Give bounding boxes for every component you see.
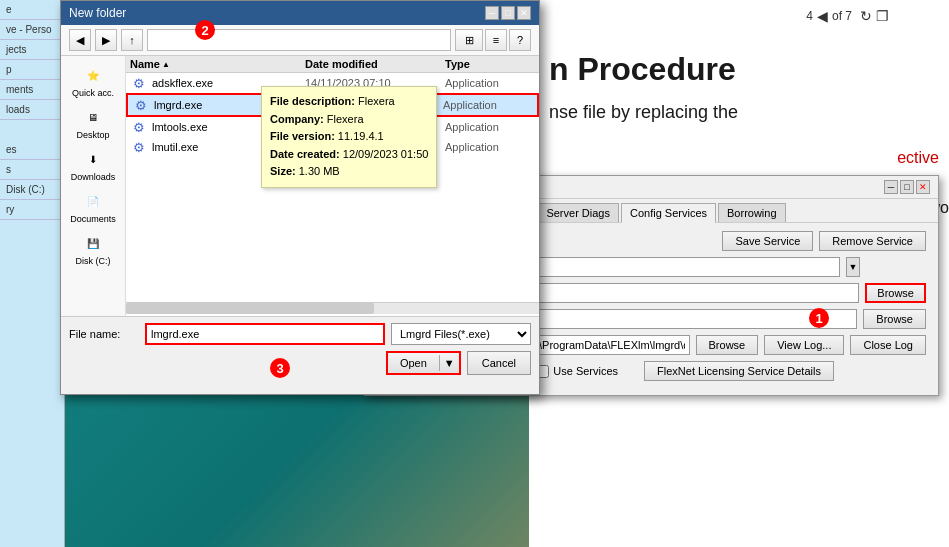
annotation-2: 2	[195, 20, 215, 40]
sidebar-item-e[interactable]: e	[0, 0, 64, 20]
tooltip-version: File version: 11.19.4.1	[270, 128, 428, 146]
scroll-thumb	[126, 303, 374, 314]
view-buttons: ⊞ ≡ ?	[455, 29, 531, 51]
page-total: of 7	[832, 9, 852, 23]
file-sidebar: ⭐ Quick acc. 🖥 Desktop ⬇ Downloads 📄 Doc…	[61, 56, 126, 316]
sidebar-item-disk-c[interactable]: Disk (C:)	[0, 180, 64, 200]
maximize-button[interactable]: □	[501, 6, 515, 20]
downloads-icon: ⬇	[79, 148, 107, 170]
document-heading: n Procedure	[549, 50, 929, 88]
file-icon-adskflex: ⚙	[130, 75, 148, 91]
col-name-header[interactable]: Name ▲	[130, 58, 305, 70]
save-service-button[interactable]: Save Service	[722, 231, 813, 251]
file-type-adskflex: Application	[445, 77, 535, 89]
left-sidebar: e ve - Perso jects p ments loads es s Di…	[0, 0, 65, 547]
sidebar-item-s[interactable]: s	[0, 160, 64, 180]
file-icon-lmgrd: ⚙	[132, 97, 150, 113]
file-icon-lmtools: ⚙	[130, 119, 148, 135]
desktop-icon: 🖥	[79, 106, 107, 128]
close-log-button[interactable]: Close Log	[850, 335, 926, 355]
minimize-button[interactable]: ─	[485, 6, 499, 20]
doc-text-ective: ective	[897, 145, 939, 171]
open-button[interactable]: Open ▼	[386, 351, 461, 375]
close-button[interactable]: ✕	[517, 6, 531, 20]
document-subtext: nse file by replacing the ective etwo	[549, 98, 929, 127]
view-toggle-button[interactable]: ⊞	[455, 29, 483, 51]
page-copy-icon: ❐	[876, 8, 889, 24]
file-toolbar: ◀ ▶ ↑ ⊞ ≡ ?	[61, 25, 539, 56]
sidebar-item-ments[interactable]: ments	[0, 80, 64, 100]
file-dialog-title: New folder	[69, 6, 126, 20]
sidebar-item-loads[interactable]: loads	[0, 100, 64, 120]
sidebar-item-jects[interactable]: jects	[0, 40, 64, 60]
file-dialog-titlebar: New folder ─ □ ✕	[61, 1, 539, 25]
col-date-header[interactable]: Date modified	[305, 58, 445, 70]
cancel-button[interactable]: Cancel	[467, 351, 531, 375]
disk-c-item[interactable]: 💾 Disk (C:)	[65, 232, 121, 266]
horizontal-scrollbar[interactable]	[126, 302, 539, 314]
file-list-header: Name ▲ Date modified Type	[126, 56, 539, 73]
page-number: 4	[806, 9, 813, 23]
lmgrd-path-input[interactable]	[523, 283, 859, 303]
tab-server-diags[interactable]: Server Diags	[537, 203, 619, 222]
use-services-label: Use Services	[553, 365, 618, 377]
annotation-3: 3	[270, 358, 290, 378]
tooltip-date: Date created: 12/09/2023 01:50	[270, 146, 428, 164]
flexnet-window-controls: ─ □ ✕	[884, 180, 930, 194]
use-services-checkbox-item: Use Services	[536, 365, 618, 378]
tab-borrowing[interactable]: Borrowing	[718, 203, 786, 222]
back-button[interactable]: ◀	[69, 29, 91, 51]
flexnet-close[interactable]: ✕	[916, 180, 930, 194]
window-controls: ─ □ ✕	[485, 6, 531, 20]
flexnet-details-button[interactable]: FlexNet Licensing Service Details	[644, 361, 834, 381]
sidebar-item-es[interactable]: es	[0, 140, 64, 160]
filetype-select[interactable]: Lmgrd Files(*.exe)	[391, 323, 531, 345]
quick-access-item[interactable]: ⭐ Quick acc.	[65, 64, 121, 98]
path-box[interactable]	[147, 29, 451, 51]
documents-icon: 📄	[79, 190, 107, 212]
filename-label: File name:	[69, 328, 139, 340]
documents-item[interactable]: 📄 Documents	[65, 190, 121, 224]
page-nav-icon: ◀	[817, 8, 828, 24]
file-type-lmgrd: Application	[443, 99, 533, 111]
tab-config-services[interactable]: Config Services	[621, 203, 716, 223]
file-bottom-area: File name: Lmgrd Files(*.exe) Open ▼ Can…	[61, 316, 539, 381]
browse-license-button[interactable]: Browse	[863, 309, 926, 329]
service-dropdown-arrow[interactable]: ▼	[846, 257, 860, 277]
tooltip-company: Company: Flexera	[270, 111, 428, 129]
sidebar-item-p[interactable]: p	[0, 60, 64, 80]
help-button[interactable]: ?	[509, 29, 531, 51]
forward-button[interactable]: ▶	[95, 29, 117, 51]
browse-lmgrd-button[interactable]: Browse	[865, 283, 926, 303]
file-name-row: File name: Lmgrd Files(*.exe)	[69, 323, 531, 345]
flexnet-minimize[interactable]: ─	[884, 180, 898, 194]
file-icon-lmutil: ⚙	[130, 139, 148, 155]
annotation-1: 1	[809, 308, 829, 328]
open-dropdown-arrow[interactable]: ▼	[440, 355, 459, 371]
quick-access-icon: ⭐	[79, 64, 107, 86]
filename-input[interactable]	[145, 323, 385, 345]
up-button[interactable]: ↑	[121, 29, 143, 51]
col-type-header[interactable]: Type	[445, 58, 535, 70]
sort-button[interactable]: ≡	[485, 29, 507, 51]
flexnet-maximize[interactable]: □	[900, 180, 914, 194]
downloads-item[interactable]: ⬇ Downloads	[65, 148, 121, 182]
disk-c-icon: 💾	[79, 232, 107, 254]
sidebar-item-ve-perso[interactable]: ve - Perso	[0, 20, 64, 40]
file-action-row: Open ▼ Cancel	[69, 351, 531, 375]
file-tooltip: File description: Flexera Company: Flexe…	[261, 86, 437, 188]
license-path-input[interactable]	[523, 309, 857, 329]
tooltip-description: File description: Flexera	[270, 93, 428, 111]
remove-service-button[interactable]: Remove Service	[819, 231, 926, 251]
browse-debug-button[interactable]: Browse	[696, 335, 759, 355]
sidebar-item-ry[interactable]: ry	[0, 200, 64, 220]
debug-log-input[interactable]	[523, 335, 690, 355]
desktop-item[interactable]: 🖥 Desktop	[65, 106, 121, 140]
open-button-label: Open	[388, 355, 440, 371]
view-log-button[interactable]: View Log...	[764, 335, 844, 355]
file-type-lmtools: Application	[445, 121, 535, 133]
sort-arrow-icon: ▲	[162, 60, 170, 69]
page-indicator: 4 ◀ of 7 ↻ ❐	[806, 8, 889, 24]
tooltip-size: Size: 1.30 MB	[270, 163, 428, 181]
file-type-lmutil: Application	[445, 141, 535, 153]
